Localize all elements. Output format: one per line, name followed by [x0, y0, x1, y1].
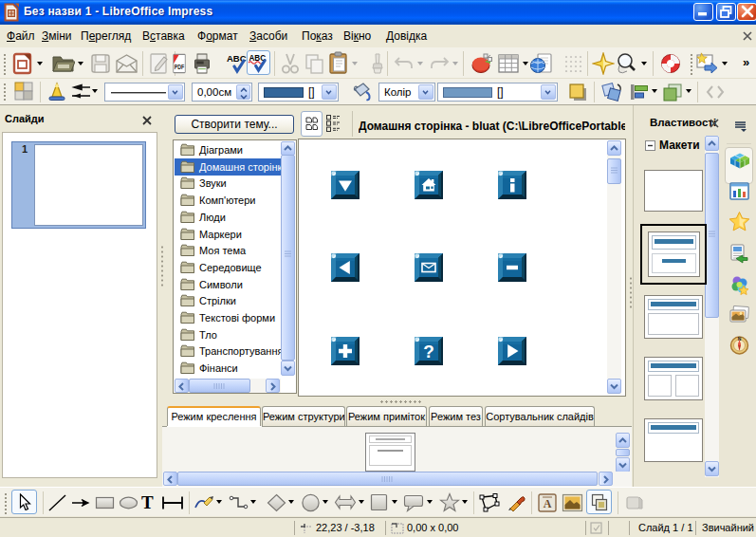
svg-text:N: N: [738, 336, 742, 342]
svg-text:?: ?: [423, 342, 434, 361]
svg-text:A: A: [544, 497, 552, 510]
svg-text:PDF: PDF: [175, 64, 185, 71]
